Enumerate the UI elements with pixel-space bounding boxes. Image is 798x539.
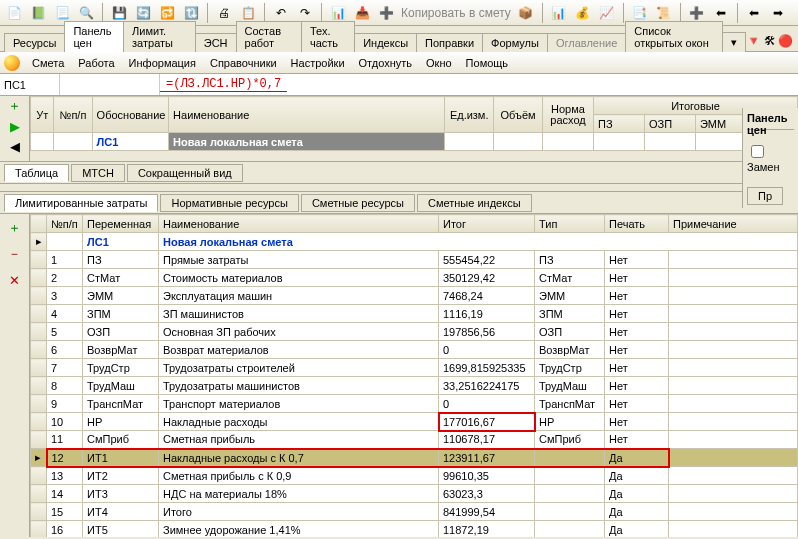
sheet-tab-1[interactable]: МТСН [71,164,125,182]
toolbar-icon[interactable]: 📜 [654,3,674,23]
toolbar-icon[interactable]: 📥 [352,3,372,23]
table-row[interactable]: 5ОЗПОсновная ЗП рабочих197856,56ОЗПНет [31,323,798,341]
toolbar-icon[interactable]: 🔃 [181,3,201,23]
tab-dropdown[interactable]: ▾ [722,32,746,52]
sheet-tab-2[interactable]: Сметные ресурсы [301,194,415,212]
extra-icon[interactable]: 🔴 [777,31,794,51]
toolbar-icon[interactable]: ⬅ [744,3,764,23]
toolbar-icon[interactable]: 📑 [630,3,650,23]
col-ozp[interactable]: ОЗП [644,115,695,133]
tab-1[interactable]: Панель цен [64,21,124,52]
tab-6[interactable]: Индексы [354,33,417,52]
formula-expr[interactable]: =(ЛЗ.ЛС1.НР)*0,7 [160,77,287,92]
table-row[interactable]: 4ЗПМЗП машинистов1116,19ЗПМНет [31,305,798,323]
table-row[interactable]: 11СмПрибСметная прибыль110678,17СмПрибНе… [31,431,798,449]
menu-Информация[interactable]: Информация [123,55,202,71]
main-col-6[interactable]: Печать [605,215,669,233]
toolbar-icon[interactable]: 🖨 [214,3,234,23]
col-unit[interactable]: Ед.изм. [445,97,494,133]
table-row[interactable]: 8ТрудМашТрудозатраты машинистов33,251622… [31,377,798,395]
marker-icon[interactable]: ▶ [0,116,29,136]
tab-10[interactable]: Список открытых окон [625,21,723,52]
col-ut[interactable]: Ут [31,97,54,133]
toolbar-icon[interactable]: ➕ [376,3,396,23]
col-emm[interactable]: ЭММ [695,115,746,133]
toolbar-icon[interactable]: ↷ [295,3,315,23]
tab-8[interactable]: Формулы [482,33,548,52]
col-pz[interactable]: ПЗ [593,115,644,133]
table-row[interactable]: 16ИТ5Зимнее удорожание 1,41%11872,19Да [31,521,798,538]
sheet-tab-2[interactable]: Сокращенный вид [127,164,243,182]
table-row[interactable]: 15ИТ4Итого841999,54Да [31,503,798,521]
main-col-1[interactable]: №п/п [47,215,83,233]
pr-button[interactable]: Пр [747,187,783,205]
table-row[interactable]: 14ИТ3НДС на материалы 18%63023,3Да [31,485,798,503]
table-row[interactable]: 6ВозврМатВозврат материалов0ВозврМатНет [31,341,798,359]
col-obosn[interactable]: Обоснование [92,97,168,133]
toolbar-icon[interactable]: 📊 [549,3,569,23]
main-grid[interactable]: №п/пПеременнаяНаименованиеИтогТипПечатьП… [30,214,798,537]
table-row[interactable]: 9ТранспМатТранспорт материалов0ТранспМат… [31,395,798,413]
sheet-tab-0[interactable]: Лимитированные затраты [4,194,158,212]
toolbar-icon[interactable]: 📄 [4,3,24,23]
top-grid[interactable]: Ут №п/п Обоснование Наименование Ед.изм.… [30,96,798,161]
tab-5[interactable]: Тех. часть [301,21,355,52]
toolbar-icon[interactable]: ⬅ [711,3,731,23]
main-col-3[interactable]: Наименование [159,215,439,233]
toolbar-icon[interactable]: 📈 [597,3,617,23]
extra-icon[interactable]: 🔻 [745,31,762,51]
toolbar-icon[interactable]: ➕ [687,3,707,23]
copy-to-estimate-button[interactable]: Копировать в смету [400,3,512,23]
cell-ref[interactable]: ПС1 [0,74,60,95]
main-col-5[interactable]: Тип [535,215,605,233]
table-title-row[interactable]: ▸ЛС1Новая локальная смета [31,233,798,251]
extra-icon[interactable]: 🛠 [762,31,777,51]
toolbar-icon[interactable]: 📗 [28,3,48,23]
menu-Справочники[interactable]: Справочники [204,55,283,71]
col-norm[interactable]: Норма расход [542,97,593,133]
top-data-row[interactable]: ЛС1 Новая локальная смета [31,133,798,151]
toolbar-icon[interactable]: 📋 [238,3,258,23]
main-col-0[interactable] [31,215,47,233]
tab-4[interactable]: Состав работ [236,21,302,52]
menu-Отдохнуть[interactable]: Отдохнуть [353,55,419,71]
toolbar-icon[interactable]: 💾 [109,3,129,23]
table-row[interactable]: 10НРНакладные расходы177016,67НРНет [31,413,798,431]
menu-Работа[interactable]: Работа [72,55,120,71]
col-npp[interactable]: №п/п [54,97,92,133]
tab-9[interactable]: Оглавление [547,33,626,52]
add-row-icon[interactable]: ＋ [0,96,29,116]
tab-2[interactable]: Лимит. затраты [123,21,196,52]
table-row[interactable]: 7ТрудСтрТрудозатраты строителей1699,8159… [31,359,798,377]
col-name[interactable]: Наименование [169,97,445,133]
tab-7[interactable]: Поправки [416,33,483,52]
left-arrow-icon[interactable]: ◀ [0,136,29,156]
table-row[interactable]: 3ЭММЭксплуатация машин7468,24ЭММНет [31,287,798,305]
toolbar-icon[interactable]: 📦 [516,3,536,23]
toolbar-icon[interactable]: 📃 [52,3,72,23]
menu-Смета[interactable]: Смета [26,55,70,71]
minus-icon[interactable]: － [8,244,21,264]
add-icon[interactable]: ＋ [8,218,21,238]
main-col-4[interactable]: Итог [439,215,535,233]
table-row[interactable]: 1ПЗПрямые затраты555454,22ПЗНет [31,251,798,269]
main-col-2[interactable]: Переменная [83,215,159,233]
sheet-tab-3[interactable]: Сметные индексы [417,194,532,212]
toolbar-icon[interactable]: ↶ [271,3,291,23]
toolbar-icon[interactable]: ➡ [768,3,788,23]
menu-Окно[interactable]: Окно [420,55,458,71]
toolbar-icon[interactable]: 🔍 [76,3,96,23]
sheet-tab-0[interactable]: Таблица [4,164,69,182]
col-volume[interactable]: Объём [494,97,543,133]
table-row[interactable]: ▸12ИТ1Накладные расходы с К 0,7123911,67… [31,449,798,467]
toolbar-icon[interactable]: 🔂 [157,3,177,23]
replace-checkbox[interactable]: Замен [747,142,794,173]
table-row[interactable]: 2СтМатСтоимость материалов350129,42СтМат… [31,269,798,287]
tab-3[interactable]: ЭСН [195,33,237,52]
toolbar-icon[interactable]: 📊 [328,3,348,23]
table-row[interactable]: 13ИТ2Сметная прибыль с К 0,999610,35Да [31,467,798,485]
toolbar-icon[interactable]: 🔄 [133,3,153,23]
delete-icon[interactable]: ✕ [9,270,20,290]
menu-Настройки[interactable]: Настройки [285,55,351,71]
sheet-tab-1[interactable]: Нормативные ресурсы [160,194,298,212]
